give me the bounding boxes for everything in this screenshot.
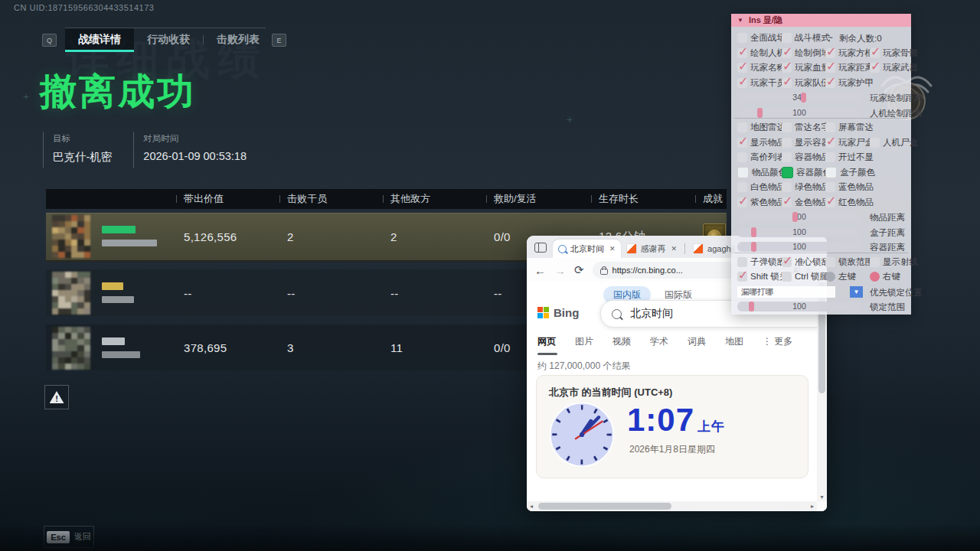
checkbox[interactable] [782, 197, 792, 207]
overlay-item-label: 玩家方框 [838, 47, 874, 59]
scroll-down-arrow[interactable]: ▾ [817, 494, 827, 500]
overlay-item-label: 玩家名称 [750, 62, 786, 73]
slider-handle[interactable] [749, 302, 754, 311]
serp-tab-maps[interactable]: 地图 [725, 335, 743, 348]
checkbox[interactable] [870, 138, 880, 148]
radio-button[interactable] [870, 272, 880, 282]
color-swatch[interactable] [825, 167, 837, 178]
overlay-row: 紫色物品金色物品红色物品 [731, 195, 911, 210]
checkbox[interactable] [737, 272, 747, 282]
checkbox[interactable] [782, 272, 792, 282]
results-table-header: 带出价值 击败干员 其他敌方 救助/复活 生存时长 成就 [46, 189, 727, 209]
esc-back-button[interactable]: Esc 返回 [44, 526, 94, 548]
checkbox[interactable] [825, 63, 835, 73]
forward-button[interactable]: → [554, 264, 566, 277]
checkbox[interactable] [782, 138, 792, 148]
overlay-slider[interactable]: 100 [737, 302, 861, 311]
tab-kill-list[interactable]: 击败列表 [204, 28, 273, 51]
slider-handle[interactable] [751, 227, 756, 237]
checkbox[interactable] [782, 182, 792, 192]
serp-tab-videos[interactable]: 视频 [612, 335, 631, 348]
checkbox[interactable] [737, 152, 747, 162]
bing-logo[interactable]: Bing [537, 306, 579, 319]
serp-tab-dictionary[interactable]: 词典 [688, 335, 706, 348]
radio-button[interactable] [825, 272, 835, 282]
vertical-scrollbar[interactable]: ▾ [817, 282, 827, 501]
color-swatch[interactable] [737, 167, 749, 178]
serp-tab-more[interactable]: 更多 [763, 335, 792, 348]
checkbox[interactable] [782, 122, 792, 132]
close-tab-icon[interactable]: ✕ [671, 245, 678, 253]
overlay-slider[interactable]: 100 [737, 227, 861, 237]
checkbox[interactable] [737, 257, 747, 267]
checkbox[interactable] [870, 257, 880, 267]
checkbox[interactable] [737, 33, 747, 43]
slider-handle[interactable] [757, 108, 763, 118]
checkbox[interactable] [870, 48, 880, 58]
checkbox[interactable] [825, 257, 835, 267]
serp-tab-images[interactable]: 图片 [575, 335, 593, 348]
checkbox[interactable] [737, 197, 747, 207]
target-value: 巴克什-机密 [53, 150, 112, 165]
scroll-left-arrow[interactable]: ◂ [527, 503, 536, 510]
slider-handle[interactable] [801, 93, 806, 103]
back-button[interactable]: ← [534, 264, 546, 277]
checkbox[interactable] [782, 78, 792, 88]
cell-other-enemies: 11 [390, 341, 403, 354]
checkbox[interactable] [782, 63, 792, 73]
key-hint-q: Q [42, 34, 57, 47]
overlay-slider[interactable]: 100 [737, 242, 861, 252]
overlay-slider[interactable]: 200 [737, 212, 861, 222]
checkbox[interactable] [825, 197, 835, 207]
color-swatch[interactable] [782, 167, 793, 178]
browser-tab-beijing-time[interactable]: 北京时间 ✕ [553, 240, 621, 258]
checkbox[interactable] [737, 138, 747, 148]
overlay-slider[interactable]: 100 [737, 108, 861, 118]
tab-battle-details[interactable]: 战绩详情 [65, 28, 134, 51]
refresh-button[interactable]: ⟳ [574, 263, 584, 277]
checkbox[interactable] [737, 182, 747, 192]
overlay-slider[interactable]: 349 [737, 93, 861, 103]
checkbox[interactable] [825, 48, 835, 58]
browser-tab-2[interactable]: 感谢再 ✕ [621, 240, 683, 258]
checkbox[interactable] [825, 152, 835, 162]
serp-tab-academic[interactable]: 学术 [650, 335, 668, 348]
checkbox[interactable] [825, 138, 835, 148]
horizontal-scrollbar[interactable]: ◂ ▸ [527, 501, 817, 511]
header-operators-killed: 击败干员 [287, 189, 327, 209]
checkbox[interactable] [737, 48, 747, 58]
slider-handle[interactable] [751, 242, 756, 252]
overlay-row: 白色物品绿色物品蓝色物品 [731, 180, 911, 194]
match-time-value: 2026-01-09 00:53:18 [143, 150, 247, 162]
overlay-row: 200物品距离 [731, 210, 911, 224]
overlay-item-label: 玩家干员 [750, 77, 786, 89]
overlay-item-label: 左键 [838, 271, 856, 282]
warning-button[interactable] [44, 385, 69, 409]
tab-label: 击败列表 [217, 33, 260, 47]
checkbox[interactable] [782, 152, 792, 162]
serp-tab-web[interactable]: 网页 [537, 335, 556, 348]
meridiem: 上午 [697, 419, 725, 434]
slider-handle[interactable] [792, 212, 798, 222]
tab-action-gains[interactable]: 行动收获 [134, 28, 203, 51]
bottom-fade [0, 523, 980, 551]
close-tab-icon[interactable]: ✕ [609, 245, 616, 253]
tab-search-panel-icon[interactable] [534, 243, 547, 253]
checkbox[interactable] [782, 257, 792, 267]
checkbox[interactable] [825, 122, 835, 132]
scrollbar-thumb[interactable] [538, 503, 671, 510]
checkbox[interactable] [782, 33, 792, 43]
checkbox[interactable] [782, 48, 792, 58]
dropdown-arrow-button[interactable]: ▼ [850, 286, 863, 298]
scroll-right-arrow[interactable]: ▸ [808, 503, 817, 510]
checkbox[interactable] [737, 63, 747, 73]
overlay-header[interactable]: Ins 显/隐 [731, 14, 911, 27]
checkbox[interactable] [825, 182, 835, 192]
checkbox[interactable] [737, 122, 747, 132]
checkbox[interactable] [870, 63, 880, 73]
cell-other-enemies: -- [390, 286, 399, 299]
checkbox[interactable] [737, 78, 747, 88]
overlay-dropdown[interactable]: 漏哪打哪 [737, 286, 835, 298]
tab-title: 感谢再 [641, 243, 666, 255]
checkbox[interactable] [825, 78, 835, 88]
